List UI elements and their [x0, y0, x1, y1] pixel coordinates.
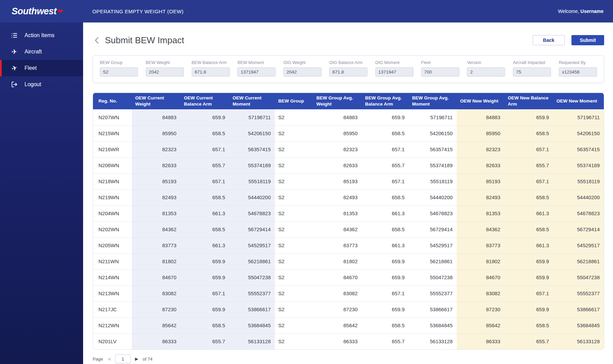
table-cell: 658.5	[362, 221, 409, 237]
table-cell: 84670	[132, 269, 180, 285]
welcome-text: Welcome, Username	[558, 9, 603, 14]
table-cell: 54529517	[409, 237, 457, 253]
column-header: OEW New Balance Arm	[504, 93, 553, 109]
table-cell: S2	[275, 269, 313, 285]
app-title: OPERATING EMPTY WEIGHT (OEW)	[92, 9, 184, 14]
sidebar-item-action-items[interactable]: Action Items	[0, 27, 83, 44]
table-cell: 82633	[132, 157, 180, 173]
table-cell: 658.5	[504, 125, 553, 141]
title-row: Submit BEW Impact Back Submit	[93, 33, 604, 48]
table-cell: S2	[275, 205, 313, 221]
table-row: N212WN85642658.553684845S285642658.55368…	[93, 317, 604, 333]
field-label: BEW Balance Arm	[192, 60, 230, 65]
table-cell: 57196711	[553, 109, 604, 125]
table-cell: N211WN	[93, 253, 132, 269]
table-cell: 85642	[132, 317, 180, 333]
table-header-row: Reg. No.OEW Current WeightOEW Current Ba…	[93, 93, 604, 109]
table-cell: 82493	[313, 189, 362, 205]
column-header: BEW Group	[275, 93, 313, 109]
field-label: BEW Group	[100, 60, 138, 65]
table-cell: 659.9	[504, 109, 553, 125]
back-button[interactable]: Back	[533, 35, 565, 45]
table-cell: 85642	[313, 317, 362, 333]
table-cell: 85193	[457, 173, 504, 189]
table-cell: N216WR	[93, 141, 132, 157]
submit-button[interactable]: Submit	[571, 35, 604, 45]
table-cell: 82493	[457, 189, 504, 205]
table-cell: 56357415	[409, 141, 457, 157]
table-row: N214WN84670659.955047238S284670659.95504…	[93, 269, 604, 285]
table-row: N217JC87230659.953866617S287230659.95386…	[93, 301, 604, 317]
table-cell: 83773	[313, 237, 362, 253]
table-cell: N204WN	[93, 205, 132, 221]
table-cell: 57196711	[229, 109, 275, 125]
summary-field: Aircraft Impacted	[513, 60, 551, 83]
page-title: Submit BEW Impact	[105, 35, 184, 46]
table-cell: 655.7	[504, 333, 553, 349]
field-label: Version	[467, 60, 505, 65]
table-cell: S2	[275, 253, 313, 269]
table-cell: 659.9	[180, 301, 229, 317]
sidebar-item-label: Fleet	[25, 65, 37, 71]
page-next-icon[interactable]: ▶	[135, 357, 138, 361]
page-prev-icon: ◀	[107, 357, 110, 361]
summary-field: Requested By	[559, 60, 597, 83]
table-cell: 82323	[313, 141, 362, 157]
table-cell: 83082	[313, 285, 362, 301]
table-cell: 56133128	[409, 333, 457, 349]
field-value-input	[421, 67, 459, 77]
sidebar-item-fleet[interactable]: ✈ Fleet	[0, 60, 83, 76]
sidebar-item-logout[interactable]: Logout	[0, 76, 83, 93]
field-value-input	[237, 67, 276, 77]
table-cell: 659.9	[504, 269, 553, 285]
table-cell: 56729414	[409, 221, 457, 237]
table-cell: 83082	[132, 285, 180, 301]
table-cell: 56729414	[553, 221, 604, 237]
header-bar: Southwest ❤ OPERATING EMPTY WEIGHT (OEW)…	[0, 0, 613, 22]
column-header: Reg. No.	[93, 93, 132, 109]
table-cell: N206WN	[93, 157, 132, 173]
summary-field: BEW Balance Arm	[192, 60, 230, 83]
back-chevron-icon[interactable]	[93, 36, 101, 45]
table-cell: 661.3	[504, 237, 553, 253]
table-cell: 657.1	[362, 285, 409, 301]
table-cell: S2	[275, 333, 313, 349]
page-number-input[interactable]	[115, 354, 131, 363]
welcome-prefix: Welcome,	[558, 9, 579, 14]
sidebar-item-aircraft[interactable]: ✈ Aircraft	[0, 44, 83, 60]
table-cell: 82633	[313, 157, 362, 173]
table-cell: 658.5	[362, 189, 409, 205]
table-cell: 661.3	[180, 237, 229, 253]
table-cell: 659.9	[362, 109, 409, 125]
table-cell: 81802	[457, 253, 504, 269]
table-cell: 53866617	[229, 301, 275, 317]
summary-field: Version	[467, 60, 505, 83]
table-cell: 659.9	[504, 301, 553, 317]
table-body: N207WN84883659.957196711S284883659.95719…	[93, 109, 604, 349]
table-cell: 655.7	[504, 157, 553, 173]
table-cell: N214WN	[93, 269, 132, 285]
table-cell: 659.9	[180, 269, 229, 285]
page-label: Page	[93, 357, 103, 362]
summary-field: Fleet	[421, 60, 459, 83]
table-cell: 661.3	[362, 205, 409, 221]
table-cell: 55047238	[409, 269, 457, 285]
table-cell: 658.5	[504, 317, 553, 333]
sidebar-item-label: Aircraft	[25, 49, 42, 55]
title-actions: Back Submit	[533, 35, 604, 45]
table-cell: 85193	[132, 173, 180, 189]
pagination: Page ◀ ▶ of 74	[93, 354, 604, 363]
table-cell: 87230	[132, 301, 180, 317]
table-cell: 81353	[313, 205, 362, 221]
table-cell: 54440200	[409, 189, 457, 205]
summary-field: BEW Moment	[237, 60, 276, 83]
column-header: OEW New Moment	[553, 93, 604, 109]
field-value-input	[559, 67, 597, 77]
table-cell: 655.7	[362, 333, 409, 349]
table-cell: 56218861	[229, 253, 275, 269]
table-cell: 57196711	[409, 109, 457, 125]
table-cell: N213WN	[93, 285, 132, 301]
table-cell: 85193	[313, 173, 362, 189]
table-row: N215WN85950658.554206150S285950658.55420…	[93, 125, 604, 141]
table-cell: 658.5	[180, 221, 229, 237]
